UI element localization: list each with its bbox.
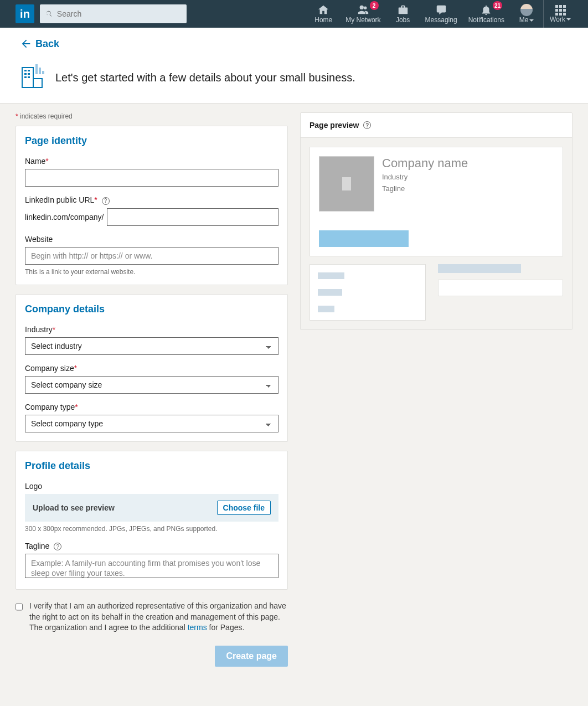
nav-jobs[interactable]: Jobs — [386, 0, 420, 28]
logo-hint: 300 x 300px recommended. JPGs, JPEGs, an… — [25, 525, 278, 533]
nav-home[interactable]: Home — [307, 0, 340, 28]
preview-header: Page preview ? — [301, 113, 572, 138]
choose-file-button[interactable]: Choose file — [217, 501, 271, 515]
search-icon — [45, 10, 53, 18]
network-icon — [357, 4, 369, 16]
caret-down-icon — [529, 19, 534, 22]
preview-industry: Industry — [382, 173, 468, 181]
upload-text: Upload to see preview — [33, 503, 115, 512]
avatar — [520, 4, 533, 16]
preview-skeleton — [310, 264, 563, 321]
back-link[interactable]: Back — [20, 38, 59, 50]
global-nav: in Home 2 My Network Jobs Messaging 21 N… — [0, 0, 588, 28]
preview-button-placeholder — [319, 230, 409, 247]
profile-details-card: Profile details Logo Upload to see previ… — [16, 451, 288, 590]
caret-down-icon — [566, 18, 571, 20]
verify-text: I verify that I am an authorized represe… — [29, 601, 288, 633]
building-icon — [20, 63, 47, 92]
tagline-label: Tagline ? — [25, 542, 278, 551]
apps-grid-icon — [555, 5, 566, 16]
nav-notifications[interactable]: 21 Notifications — [463, 0, 510, 28]
url-prefix: linkedin.com/company/ — [25, 213, 104, 221]
nav-network[interactable]: 2 My Network — [340, 0, 386, 28]
preview-tagline: Tagline — [382, 184, 468, 193]
svg-rect-1 — [24, 70, 27, 71]
type-label: Company type* — [25, 403, 278, 411]
nav-label: Notifications — [468, 16, 504, 24]
website-hint: This is a link to your external website. — [25, 268, 278, 276]
nav-label: Work — [550, 16, 571, 23]
verify-row: I verify that I am an authorized represe… — [16, 599, 288, 636]
nav-work[interactable]: Work — [544, 0, 577, 28]
page-header: Back Let's get started with a few detail… — [0, 28, 588, 104]
tagline-input[interactable] — [25, 554, 278, 578]
messaging-icon — [435, 4, 447, 16]
back-label: Back — [35, 38, 59, 50]
preview-card: Company name Industry Tagline — [310, 147, 563, 256]
nav-label: Jobs — [396, 16, 410, 24]
linkedin-logo[interactable]: in — [16, 4, 34, 23]
network-badge: 2 — [370, 1, 379, 10]
bell-icon — [480, 4, 492, 16]
verify-checkbox[interactable] — [16, 602, 23, 612]
terms-link[interactable]: terms — [188, 623, 207, 632]
home-icon — [317, 4, 329, 16]
card-title: Company details — [25, 303, 278, 315]
svg-rect-10 — [42, 71, 44, 74]
help-icon[interactable]: ? — [102, 197, 110, 205]
create-page-button[interactable]: Create page — [215, 646, 288, 667]
size-label: Company size* — [25, 364, 278, 373]
help-icon[interactable]: ? — [363, 121, 371, 129]
jobs-icon — [397, 4, 409, 16]
svg-rect-7 — [33, 79, 42, 87]
logo-upload-row: Upload to see preview Choose file — [25, 494, 278, 522]
website-label: Website — [25, 235, 278, 244]
type-select[interactable]: Select company type — [25, 415, 278, 432]
notifications-badge: 21 — [493, 1, 502, 10]
nav-label: Me — [519, 16, 534, 24]
nav-label: Home — [314, 16, 332, 24]
logo-placeholder — [319, 156, 374, 212]
page-title: Let's get started with a few details abo… — [55, 71, 355, 84]
name-input[interactable] — [25, 169, 278, 187]
nav-me[interactable]: Me — [510, 0, 543, 28]
industry-label: Industry* — [25, 325, 278, 334]
required-note: * indicates required — [16, 112, 288, 120]
preview-company-name: Company name — [382, 156, 468, 171]
card-title: Page identity — [25, 135, 278, 147]
svg-rect-5 — [24, 76, 27, 78]
svg-rect-8 — [35, 64, 38, 74]
nav-label: Messaging — [425, 16, 457, 24]
arrow-left-icon — [20, 38, 32, 50]
svg-rect-6 — [28, 76, 30, 78]
search-box[interactable] — [40, 4, 187, 23]
svg-rect-4 — [28, 73, 30, 75]
name-label: Name* — [25, 157, 278, 166]
svg-rect-3 — [24, 73, 27, 75]
svg-rect-9 — [39, 68, 41, 74]
help-icon[interactable]: ? — [54, 543, 61, 550]
logo-label: Logo — [25, 482, 278, 491]
url-label: LinkedIn public URL* ? — [25, 195, 278, 205]
company-details-card: Company details Industry* Select industr… — [16, 294, 288, 442]
size-select[interactable]: Select company size — [25, 376, 278, 394]
card-title: Profile details — [25, 460, 278, 472]
page-identity-card: Page identity Name* LinkedIn public URL*… — [16, 126, 288, 285]
svg-rect-2 — [28, 70, 30, 71]
nav-messaging[interactable]: Messaging — [420, 0, 463, 28]
building-placeholder-icon — [338, 175, 355, 193]
website-input[interactable] — [25, 247, 278, 265]
industry-select[interactable]: Select industry — [25, 337, 278, 355]
search-input[interactable] — [57, 9, 181, 18]
nav-label: My Network — [345, 16, 380, 24]
url-input[interactable] — [107, 208, 278, 226]
page-preview-panel: Page preview ? Company name Industry Tag… — [300, 112, 572, 330]
